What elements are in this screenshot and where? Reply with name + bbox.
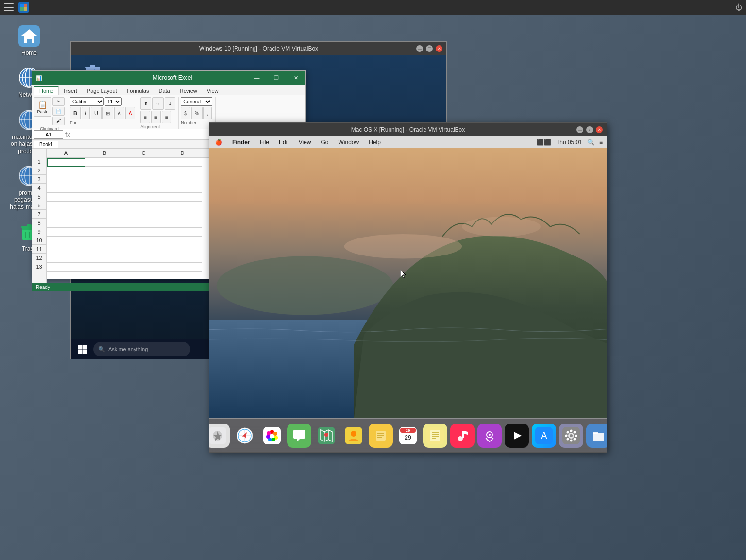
mac-menu-view[interactable]: View xyxy=(297,138,313,147)
excel-cell-c4[interactable] xyxy=(124,184,163,193)
power-icon[interactable]: ⏻ xyxy=(735,3,742,11)
excel-cell-b9[interactable] xyxy=(85,228,124,237)
excel-cell-b1[interactable] xyxy=(85,158,124,167)
excel-cell-d7[interactable] xyxy=(163,210,202,219)
excel-cell-a1[interactable] xyxy=(47,158,85,167)
excel-cell-b4[interactable] xyxy=(85,184,124,193)
align-right-button[interactable]: ≡ xyxy=(162,111,171,123)
excel-maximize[interactable]: ❐ xyxy=(267,71,286,85)
excel-cell-d12[interactable] xyxy=(163,254,202,263)
excel-tab-insert[interactable]: Insert xyxy=(59,86,82,95)
excel-cell-b11[interactable] xyxy=(85,245,124,254)
dock-music[interactable] xyxy=(450,424,475,448)
excel-cell-c10[interactable] xyxy=(124,237,163,245)
excel-cell-b5[interactable] xyxy=(85,193,124,202)
dock-appstore[interactable]: A xyxy=(532,424,556,448)
number-format-select[interactable]: General xyxy=(181,97,212,106)
excel-cell-d8[interactable] xyxy=(163,219,202,228)
excel-cell-a10[interactable] xyxy=(47,237,85,245)
dock-launchpad[interactable] xyxy=(209,424,230,448)
align-bottom-button[interactable]: ⬇ xyxy=(165,97,175,110)
mac-menu-edit[interactable]: Edit xyxy=(277,138,291,147)
paste-button[interactable]: 📋 Paste xyxy=(34,97,51,117)
mac-list-icon[interactable]: ≡ xyxy=(599,139,603,146)
dock-podcasts[interactable] xyxy=(477,424,502,448)
excel-tab-data[interactable]: Data xyxy=(153,86,174,95)
host-menu-button[interactable] xyxy=(4,3,14,11)
excel-tab-view[interactable]: View xyxy=(202,86,223,95)
excel-cell-a8[interactable] xyxy=(47,219,85,228)
vbox-win10-maximize[interactable]: ❐ xyxy=(426,45,433,52)
dock-notes[interactable] xyxy=(423,424,447,448)
virtualbox-icon[interactable] xyxy=(18,2,29,13)
percent-button[interactable]: % xyxy=(191,107,203,119)
dock-maps[interactable] xyxy=(314,424,339,448)
excel-cell-b8[interactable] xyxy=(85,219,124,228)
mac-menu-file[interactable]: File xyxy=(258,138,271,147)
dock-photos2[interactable] xyxy=(341,424,366,448)
excel-cell-a2[interactable] xyxy=(47,167,85,175)
excel-cell-a9[interactable] xyxy=(47,228,85,237)
excel-cell-d2[interactable] xyxy=(163,167,202,175)
dock-calendar[interactable]: 2929 xyxy=(396,424,420,448)
excel-cell-c3[interactable] xyxy=(124,175,163,184)
vbox-macosx-restore[interactable]: ▪ xyxy=(586,126,593,133)
excel-cell-a12[interactable] xyxy=(47,254,85,263)
excel-cell-b12[interactable] xyxy=(85,254,124,263)
excel-tab-home[interactable]: Home xyxy=(34,86,59,95)
excel-cell-c8[interactable] xyxy=(124,219,163,228)
dock-stickies[interactable] xyxy=(369,424,393,448)
excel-cell-a6[interactable] xyxy=(47,202,85,210)
underline-button[interactable]: U xyxy=(91,107,102,119)
border-button[interactable]: ⊞ xyxy=(102,107,113,119)
excel-cell-d11[interactable] xyxy=(163,245,202,254)
excel-cell-d4[interactable] xyxy=(163,184,202,193)
excel-cell-b2[interactable] xyxy=(85,167,124,175)
excel-tab-pagelayout[interactable]: Page Layout xyxy=(82,86,122,95)
excel-cell-c13[interactable] xyxy=(124,263,163,272)
excel-cell-a4[interactable] xyxy=(47,184,85,193)
mac-menu-help[interactable]: Help xyxy=(367,138,383,147)
excel-cell-d1[interactable] xyxy=(163,158,202,167)
align-left-button[interactable]: ≡ xyxy=(140,111,150,123)
dock-safari[interactable] xyxy=(233,424,257,448)
mac-menu-finder[interactable]: Finder xyxy=(230,138,252,147)
font-family-select[interactable]: Calibri xyxy=(70,97,104,106)
excel-cell-c9[interactable] xyxy=(124,228,163,237)
mac-menu-window[interactable]: Window xyxy=(337,138,361,147)
dock-messages[interactable] xyxy=(287,424,311,448)
excel-cell-b10[interactable] xyxy=(85,237,124,245)
cut-button[interactable]: ✂ xyxy=(52,97,65,106)
currency-button[interactable]: $ xyxy=(181,107,190,119)
excel-minimize[interactable]: — xyxy=(247,71,267,85)
excel-cell-d9[interactable] xyxy=(163,228,202,237)
excel-cell-d3[interactable] xyxy=(163,175,202,184)
format-painter-button[interactable]: 🖌 xyxy=(52,117,65,125)
excel-cell-d10[interactable] xyxy=(163,237,202,245)
excel-cell-c7[interactable] xyxy=(124,210,163,219)
excel-cell-a7[interactable] xyxy=(47,210,85,219)
excel-cell-b7[interactable] xyxy=(85,210,124,219)
dock-photos[interactable] xyxy=(260,424,284,448)
excel-cell-b3[interactable] xyxy=(85,175,124,184)
excel-tab-review[interactable]: Review xyxy=(175,86,202,95)
font-size-select[interactable]: 11 xyxy=(105,97,122,106)
vbox-macosx-close[interactable]: ✕ xyxy=(596,126,603,133)
font-color-button[interactable]: A xyxy=(125,107,136,119)
excel-cell-c1[interactable] xyxy=(124,158,163,167)
mac-search-icon[interactable]: 🔍 xyxy=(587,139,594,146)
excel-cell-c6[interactable] xyxy=(124,202,163,210)
vbox-macosx-minimize[interactable]: — xyxy=(576,126,583,133)
align-center-button[interactable]: ≡ xyxy=(151,111,161,123)
vbox-win10-close[interactable]: ✕ xyxy=(436,45,442,52)
excel-sheet-tab-book1[interactable]: Book1 xyxy=(34,141,58,148)
excel-cell-c11[interactable] xyxy=(124,245,163,254)
mac-menu-go[interactable]: Go xyxy=(319,138,331,147)
vbox-win10-minimize[interactable]: — xyxy=(416,45,423,52)
excel-cell-a3[interactable] xyxy=(47,175,85,184)
italic-button[interactable]: I xyxy=(82,107,90,119)
excel-cell-a5[interactable] xyxy=(47,193,85,202)
comma-button[interactable]: , xyxy=(203,107,212,119)
dock-appletv[interactable] xyxy=(505,424,529,448)
dock-files[interactable] xyxy=(586,424,607,448)
